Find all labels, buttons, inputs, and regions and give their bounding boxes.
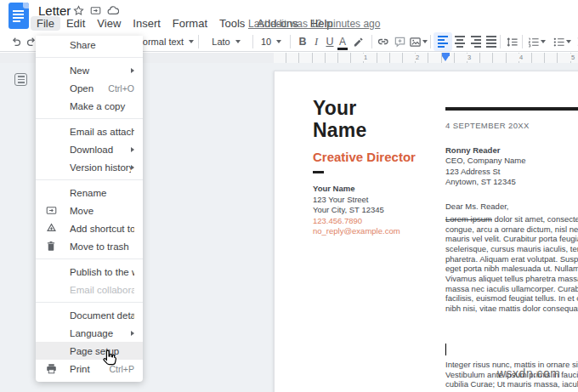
indent-marker[interactable] [442, 53, 450, 61]
menu-item-add-shortcut-to-drive[interactable]: Add shortcut to Drive [36, 219, 143, 237]
menu-item-print[interactable]: PrintCtrl+P [36, 360, 143, 378]
menu-divider [36, 57, 143, 58]
cloud-status-icon[interactable] [107, 5, 119, 16]
text-line: scelerisque, cursus mauris iaculis, temp… [445, 244, 578, 254]
add-comment-icon[interactable] [391, 32, 408, 51]
trash-icon [46, 241, 56, 252]
text-line: congue, arcu a ornare dictum, nisl neque… [445, 224, 578, 235]
submenu-arrow-icon [131, 68, 134, 73]
menu-item-share[interactable]: Share [36, 36, 143, 54]
menu-item-version-history[interactable]: Version history [36, 158, 143, 176]
star-icon[interactable] [73, 5, 84, 16]
menu-item-rename[interactable]: Rename [36, 184, 143, 202]
undo-button[interactable] [7, 32, 24, 51]
menu-item-document-details[interactable]: Document details [36, 306, 143, 324]
mouse-pointer-icon [102, 349, 117, 371]
decorative-rule [445, 107, 578, 111]
indent-icon[interactable] [575, 32, 578, 51]
letter-sender-role: Creative Director [313, 150, 416, 164]
menu-item-move-to-trash[interactable]: Move to trash [36, 237, 143, 255]
menu-divider [36, 258, 143, 259]
menu-item-make-a-copy[interactable]: Make a copy [36, 97, 143, 115]
body-paragraph-1: Lorem ipsum dolor sit amet, consectetur … [445, 214, 578, 314]
highlight-pen-icon[interactable] [349, 32, 366, 51]
menu-divider [36, 179, 143, 180]
menu-item-download[interactable]: Download [36, 140, 143, 158]
menu-item-move[interactable]: Move [36, 202, 143, 219]
ruler-number: 4 [518, 54, 524, 61]
bulleted-list-caret[interactable] [564, 32, 573, 51]
menu-file[interactable]: File [31, 16, 60, 31]
menu-edit[interactable]: Edit [60, 16, 91, 31]
text-line: cubilia Curae; Ut mauris massa, iaculis … [445, 379, 578, 389]
text-line: facilisis, euismod feugiat tellus. In et… [445, 293, 578, 304]
menu-view[interactable]: View [91, 16, 127, 31]
menu-item-language[interactable]: Language [36, 324, 143, 342]
menu-item-page-setup[interactable]: Page setup [36, 342, 143, 360]
docs-logo-icon[interactable] [8, 3, 29, 29]
menu-format[interactable]: Format [167, 16, 213, 31]
ruler-number: 5 [570, 54, 576, 61]
document-outline-icon[interactable] [14, 73, 27, 86]
text-line: pharetra. Aliquam erat volutpat. Suspend… [445, 254, 578, 264]
font-size-selector[interactable]: 10 [257, 32, 286, 51]
paragraph-style-selector[interactable]: Normal text [134, 32, 196, 51]
text-cursor [445, 344, 446, 355]
google-docs-window: Letter File Edit View Insert Format Tool… [0, 0, 578, 392]
line-spacing-icon[interactable] [503, 32, 520, 51]
sender-phone: 123.456.7890 [313, 216, 400, 227]
menu-insert[interactable]: Insert [127, 16, 167, 31]
submenu-arrow-icon [131, 331, 134, 336]
menu-item-open[interactable]: OpenCtrl+O [36, 79, 143, 97]
move-folder-icon[interactable] [90, 5, 101, 16]
font-selector[interactable]: Lato [202, 32, 250, 51]
menu-item-publish-to-the-web[interactable]: Publish to the web [36, 263, 143, 281]
chevron-down-icon [276, 40, 281, 43]
menu-divider [36, 302, 143, 303]
ruler-number: 1 [362, 54, 369, 61]
chevron-down-icon [235, 40, 241, 43]
menu-divider [36, 118, 143, 119]
ruler-number: 3 [466, 54, 473, 61]
submenu-arrow-icon [131, 147, 134, 152]
image-options-caret[interactable] [421, 32, 429, 51]
justify-button[interactable] [482, 32, 501, 51]
letter-date: 4 SEPTEMBER 20XX [445, 121, 530, 130]
menu-item-email-collaborators: Email collaborators [36, 281, 143, 298]
drive-shortcut-icon [46, 223, 57, 234]
text-color-button[interactable]: A [335, 32, 350, 51]
align-left-button[interactable] [434, 32, 452, 51]
text-line: eget porta nibh malesuada ut. Nullam feu… [445, 264, 578, 274]
salutation: Dear Ms. Reader, [445, 202, 508, 211]
numbered-list-caret[interactable] [539, 32, 547, 51]
last-edit-link[interactable]: Last edit was 12 minutes ago [248, 18, 380, 30]
menu-tools[interactable]: Tools [213, 16, 251, 31]
decorative-dash [313, 171, 324, 173]
sender-contact-block: Your Name 123 Your Street Your City, ST … [313, 184, 400, 237]
text-line: massa nec iaculis ullamcorper. Curabitur… [445, 284, 578, 294]
insert-link-icon[interactable] [375, 32, 392, 51]
ruler-number: 2 [414, 54, 421, 61]
recipient-block: Ronny Reader CEO, Company Name 123 Addre… [445, 145, 526, 187]
move-icon [46, 205, 57, 216]
sender-email: no_reply@example.com [313, 226, 400, 237]
text-line: nibh nisi, vitae mattis dolor consequat … [445, 304, 578, 314]
letter-sender-name: YourName [313, 97, 366, 141]
text-line: Vivamus aliquet tellus pharetra massa ru… [445, 274, 578, 284]
text-line: mauris vel velit. Curabitur porta feugia… [445, 234, 578, 244]
menu-item-email-as-attachment[interactable]: Email as attachment [36, 122, 143, 140]
submenu-arrow-icon [131, 165, 134, 170]
print-icon [46, 363, 57, 374]
chevron-down-icon [189, 40, 194, 43]
watermark-text: wsxdn.com [497, 366, 561, 380]
file-dropdown-menu: Share New OpenCtrl+O Make a copy Email a… [36, 36, 143, 382]
menu-item-new[interactable]: New [36, 61, 143, 79]
